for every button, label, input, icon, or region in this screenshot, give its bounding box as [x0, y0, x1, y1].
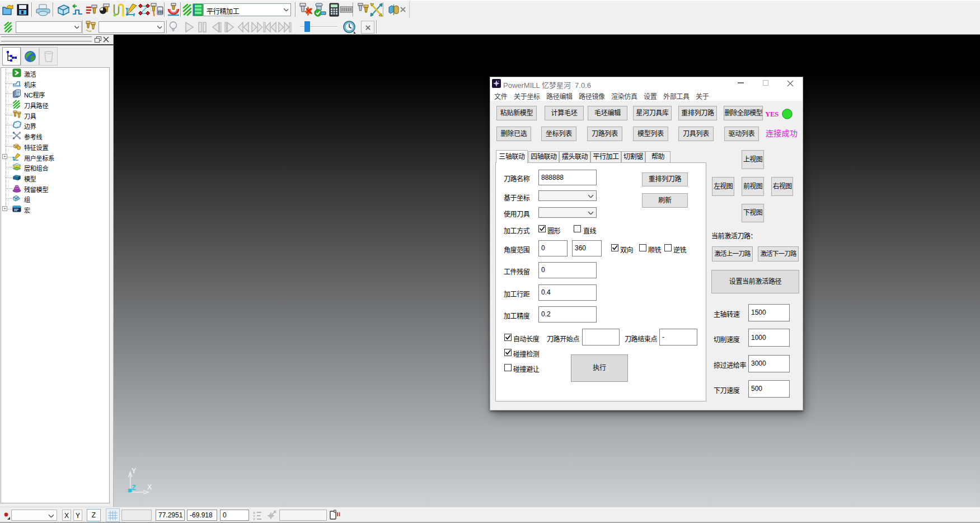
svg-text:Y: Y [132, 467, 137, 475]
svg-text:X: X [147, 483, 152, 491]
svg-text:Z: Z [132, 484, 136, 492]
svg-text:Z: Z [253, 518, 255, 520]
